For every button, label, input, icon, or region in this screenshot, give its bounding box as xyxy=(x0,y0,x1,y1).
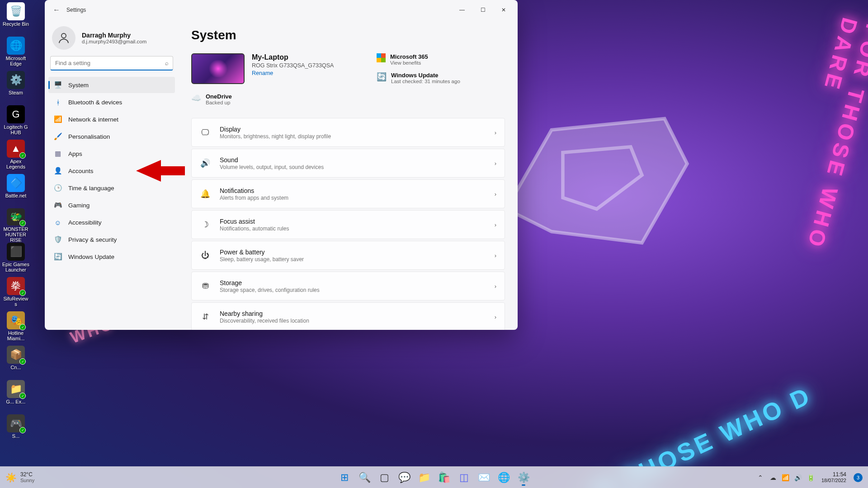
card-subtitle: Storage space, drives, configuration rul… xyxy=(220,287,495,293)
desktop-icon[interactable]: 🎮✓S... xyxy=(2,414,29,449)
app-icon: 🐲✓ xyxy=(7,208,25,225)
info-icon xyxy=(377,53,386,62)
taskbar-clock[interactable]: 11:54 18/07/2022 xyxy=(818,471,850,484)
weather-desc: Sunny xyxy=(20,478,34,483)
chrome-icon: 🌐 xyxy=(498,472,510,483)
window-titlebar: ← Settings — ☐ ✕ xyxy=(45,0,518,20)
card-icon: ☽ xyxy=(200,219,211,230)
desktop-icon-label: Recycle Bin xyxy=(3,21,29,27)
tray-chevron-icon[interactable]: ⌃ xyxy=(755,469,766,487)
taskbar-chrome-button[interactable]: 🌐 xyxy=(495,469,513,487)
nav-label: Privacy & security xyxy=(68,236,117,243)
start-icon: ⊞ xyxy=(340,472,349,483)
sidebar-item-accessibility[interactable]: ☺Accessibility xyxy=(48,214,175,230)
nav-icon: ᚼ xyxy=(54,98,62,106)
desktop-icon[interactable]: 🐲✓MONSTER HUNTER RISE xyxy=(2,208,29,243)
settings-card-focus-assist[interactable]: ☽Focus assistNotifications, automatic ru… xyxy=(191,210,505,239)
sidebar-item-network-internet[interactable]: 📶Network & internet xyxy=(48,111,175,127)
taskbar-task-view-button[interactable]: ▢ xyxy=(375,469,393,487)
arrow-annotation xyxy=(136,158,186,183)
sidebar-item-personalisation[interactable]: 🖌️Personalisation xyxy=(48,128,175,145)
settings-card-storage[interactable]: ⛃StorageStorage space, drives, configura… xyxy=(191,272,505,300)
tray-volume-icon[interactable]: 🔊 xyxy=(793,469,804,487)
desktop-icon-label: SifuReviews xyxy=(2,296,29,307)
desktop-icon-label: Microsoft Edge xyxy=(2,56,29,66)
tray-onedrive-icon[interactable]: ☁ xyxy=(767,469,779,487)
chevron-right-icon: › xyxy=(495,252,496,259)
desktop-icon[interactable]: ⬛Epic Games Launcher xyxy=(2,243,29,277)
info-title: Windows Update xyxy=(391,72,460,79)
maximize-button[interactable]: ☐ xyxy=(472,3,493,17)
search-input[interactable] xyxy=(50,56,173,70)
sidebar-item-gaming[interactable]: 🎮Gaming xyxy=(48,197,175,213)
desktop-icon[interactable]: 📁✓G... Ex... xyxy=(2,380,29,414)
nav-label: System xyxy=(68,82,89,89)
svg-marker-1 xyxy=(136,160,185,182)
sidebar-item-windows-update[interactable]: 🔄Windows Update xyxy=(48,249,175,265)
taskbar-weather[interactable]: ☀️ 32°C Sunny xyxy=(5,472,34,483)
window-title: Settings xyxy=(66,7,86,13)
desktop-icon[interactable]: 🎭✓Hotline Miami... xyxy=(2,311,29,346)
nav-label: Network & internet xyxy=(68,116,118,123)
info-tile[interactable]: Microsoft 365View benefits xyxy=(377,53,460,66)
desktop-icon-label: Logitech G HUB xyxy=(2,124,29,135)
desktop-icon[interactable]: 🌐Microsoft Edge xyxy=(2,37,29,71)
taskbar-app1-button[interactable]: ◫ xyxy=(455,469,473,487)
desktop-icon[interactable]: ▲✓Apex Legends xyxy=(2,140,29,174)
desktop-icon-label: S... xyxy=(12,433,20,439)
app-icon: ⚙️ xyxy=(7,71,25,89)
settings-card-display[interactable]: 🖵DisplayMonitors, brightness, night ligh… xyxy=(191,118,505,147)
nav-icon: 👤 xyxy=(54,167,62,175)
info-tile[interactable]: ☁️OneDriveBacked up xyxy=(191,93,232,105)
settings-card-notifications[interactable]: 🔔NotificationsAlerts from apps and syste… xyxy=(191,179,505,208)
nav-icon: 📶 xyxy=(54,115,62,123)
minimize-button[interactable]: — xyxy=(452,3,472,17)
sidebar-item-privacy-security[interactable]: 🛡️Privacy & security xyxy=(48,231,175,248)
card-icon: 🔊 xyxy=(200,158,211,169)
notification-badge[interactable]: 3 xyxy=(854,473,863,482)
info-title: OneDrive xyxy=(206,93,232,100)
app1-icon: ◫ xyxy=(459,472,469,483)
tray-battery-icon[interactable]: 🔋 xyxy=(805,469,817,487)
taskbar-explorer-button[interactable]: 📁 xyxy=(415,469,433,487)
taskbar-store-button[interactable]: 🛍️ xyxy=(435,469,453,487)
taskbar-chat-button[interactable]: 💬 xyxy=(395,469,413,487)
page-title: System xyxy=(191,28,505,42)
card-title: Notifications xyxy=(220,187,495,194)
sidebar-item-bluetooth-devices[interactable]: ᚼBluetooth & devices xyxy=(48,94,175,110)
info-subtitle: Backed up xyxy=(206,100,232,105)
taskbar-settings-button[interactable]: ⚙️ xyxy=(514,469,533,487)
avatar xyxy=(52,26,75,50)
card-icon: 🖵 xyxy=(200,127,211,138)
chevron-right-icon: › xyxy=(495,314,496,320)
taskbar-search-button[interactable]: 🔍 xyxy=(355,469,373,487)
desktop-icon[interactable]: 拳✓SifuReviews xyxy=(2,277,29,311)
desktop-icon[interactable]: 🔷Battle.net xyxy=(2,174,29,208)
desktop-icon[interactable]: GLogitech G HUB xyxy=(2,105,29,140)
desktop-icon[interactable]: 📦✓Cn... xyxy=(2,346,29,380)
back-button[interactable]: ← xyxy=(48,2,65,18)
nav-icon: ☺ xyxy=(54,218,62,226)
settings-card-power-battery[interactable]: ⏻Power & batterySleep, battery usage, ba… xyxy=(191,241,505,270)
rename-link[interactable]: Rename xyxy=(252,70,273,76)
desktop-icon[interactable]: 🗑️Recycle Bin xyxy=(2,2,29,37)
tray-wifi-icon[interactable]: 📶 xyxy=(780,469,792,487)
close-button[interactable]: ✕ xyxy=(493,3,514,17)
search-icon[interactable]: ⌕ xyxy=(165,60,169,66)
sidebar-item-system[interactable]: 🖥️System xyxy=(48,77,175,93)
settings-card-nearby-sharing[interactable]: ⇵Nearby sharingDiscoverability, received… xyxy=(191,302,505,330)
settings-icon: ⚙️ xyxy=(518,472,530,483)
settings-card-sound[interactable]: 🔊SoundVolume levels, output, input, soun… xyxy=(191,149,505,178)
desktop-icon-label: Apex Legends xyxy=(2,159,29,169)
svg-point-0 xyxy=(61,33,66,38)
info-tile[interactable]: 🔄Windows UpdateLast checked: 31 minutes … xyxy=(377,72,460,84)
desktop-icon[interactable]: ⚙️Steam xyxy=(2,71,29,105)
card-icon: 🔔 xyxy=(200,188,211,199)
taskbar-mail-button[interactable]: ✉️ xyxy=(475,469,493,487)
desktop-icon-label: Epic Games Launcher xyxy=(2,262,29,272)
device-thumbnail xyxy=(191,53,245,84)
settings-window: ← Settings — ☐ ✕ Darragh Murphy d.j.murp… xyxy=(45,0,518,330)
nav-label: Personalisation xyxy=(68,133,110,140)
user-account-row[interactable]: Darragh Murphy d.j.murphy2493@gmail.com xyxy=(45,20,179,56)
taskbar-start-button[interactable]: ⊞ xyxy=(335,469,354,487)
